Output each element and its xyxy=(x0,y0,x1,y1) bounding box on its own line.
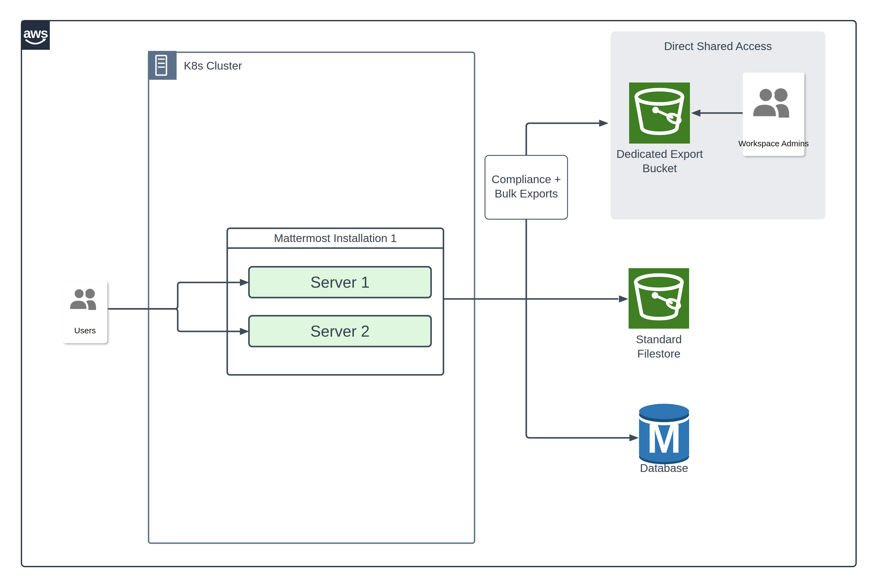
compliance-bulk-exports-box: Compliance + Bulk Exports xyxy=(485,155,568,219)
users-label: Users xyxy=(74,326,96,335)
mattermost-border xyxy=(227,228,443,375)
workspace-admins-label: Workspace Admins xyxy=(738,139,809,148)
arrowhead-database xyxy=(629,434,639,441)
standard-filestore: Standard Filestore xyxy=(629,268,689,360)
users-card: Users xyxy=(63,281,107,343)
dedicated-bucket-label-line2: Bucket xyxy=(642,162,677,175)
k8s-cluster-label: K8s Cluster xyxy=(184,59,242,72)
compliance-label-line2: Bulk Exports xyxy=(495,187,558,200)
database: M Database xyxy=(639,404,689,474)
workspace-admins-card: Workspace Admins xyxy=(738,73,809,156)
database-cylinder-icon: M xyxy=(639,404,689,464)
server2-box: Server 2 xyxy=(249,316,431,346)
mattermost-installation-box: Mattermost Installation 1 xyxy=(227,228,443,375)
database-label: Database xyxy=(640,462,688,474)
server2-label: Server 2 xyxy=(310,322,369,340)
diagram-canvas: aws Direct Shared Access K8s Cluster Mat… xyxy=(0,0,877,588)
mattermost-title: Mattermost Installation 1 xyxy=(274,232,397,244)
filestore-label-line1: Standard xyxy=(636,333,682,346)
direct-shared-access-title: Direct Shared Access xyxy=(664,40,772,52)
arrow-exports-to-database xyxy=(526,299,629,438)
server1-box: Server 1 xyxy=(249,267,431,298)
server1-label: Server 1 xyxy=(310,273,369,291)
compliance-label-line1: Compliance + xyxy=(492,173,561,186)
arrowhead-dedicated-bucket xyxy=(599,120,608,127)
arrowhead-filestore xyxy=(619,296,628,303)
aws-logo: aws xyxy=(21,21,50,50)
database-monogram: M xyxy=(647,415,682,462)
dedicated-bucket-label-line1: Dedicated Export xyxy=(616,148,703,160)
filestore-label-line2: Filestore xyxy=(637,347,680,360)
